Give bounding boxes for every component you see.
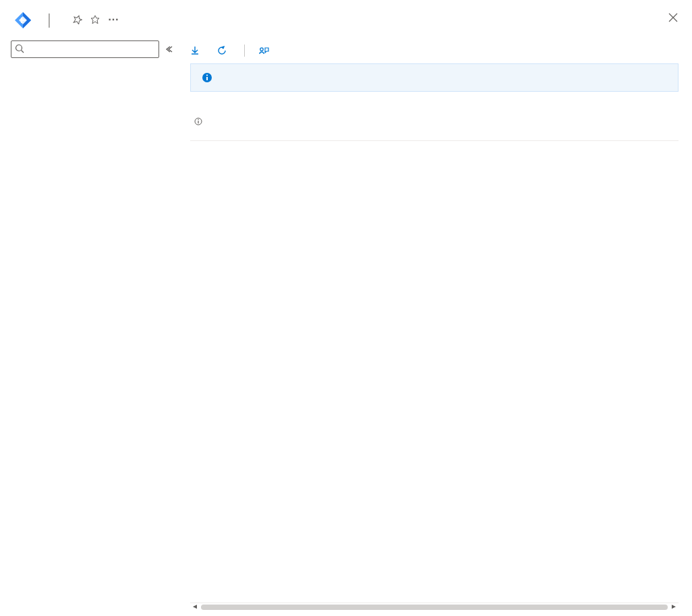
close-icon[interactable] (668, 12, 679, 23)
pin-icon[interactable] (73, 15, 82, 24)
search-icon (15, 44, 24, 53)
svg-line-1 (22, 51, 24, 53)
refresh-icon (217, 46, 227, 55)
svg-point-8 (198, 119, 199, 120)
svg-point-5 (206, 74, 208, 76)
feedback-button[interactable] (258, 46, 273, 55)
blade-header: | ⋯ (0, 0, 692, 38)
assoc-route-table-row (190, 117, 679, 125)
svg-point-2 (260, 48, 263, 51)
toolbar (190, 40, 679, 63)
svg-rect-7 (198, 121, 198, 123)
collapse-sidebar-icon[interactable] (165, 45, 173, 53)
refresh-button[interactable] (217, 46, 231, 55)
more-icon[interactable]: ⋯ (108, 15, 119, 24)
sidebar (0, 38, 177, 611)
toolbar-divider (244, 45, 245, 57)
info-banner (190, 63, 679, 92)
svg-point-0 (16, 45, 22, 51)
horizontal-scrollbar[interactable] (190, 603, 679, 611)
favorite-icon[interactable] (90, 15, 100, 24)
svg-rect-4 (206, 77, 208, 80)
download-icon (190, 46, 200, 55)
resource-icon (13, 11, 32, 30)
main-content (177, 38, 692, 611)
info-icon (202, 72, 212, 83)
routes-table-wrapper[interactable] (190, 140, 679, 603)
title-divider: | (47, 11, 51, 28)
download-button[interactable] (190, 46, 204, 55)
search-input[interactable] (11, 40, 159, 58)
info-outline-icon[interactable] (194, 117, 202, 125)
feedback-icon (258, 46, 269, 55)
